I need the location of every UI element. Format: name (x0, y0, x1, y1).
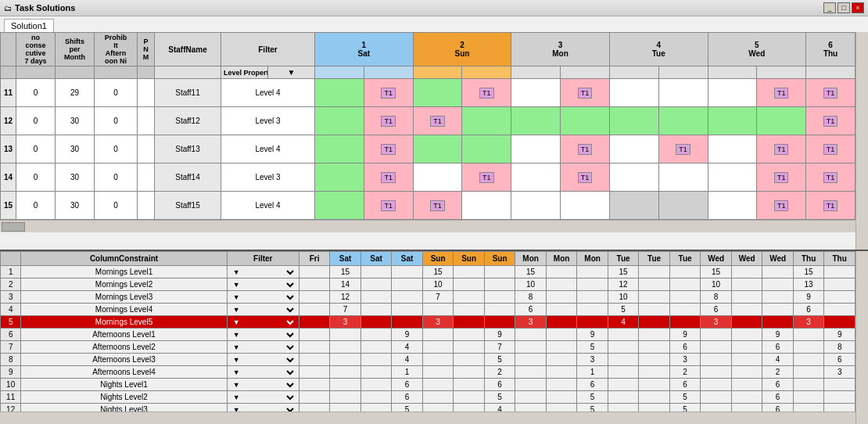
lr-filter-11[interactable]: ▼ (227, 391, 299, 404)
cell-15-mon3a (511, 192, 561, 220)
solution-tab[interactable]: Solution1 (4, 19, 54, 32)
cell-13-wed5b: T1 (757, 135, 806, 163)
cell-15-sun2b (462, 192, 511, 220)
title-bar: 🗂 Task Solutions _ □ × (0, 0, 868, 16)
lr-name-9: Afternoons Level4 (21, 366, 227, 379)
shifts-11: 29 (56, 79, 95, 107)
cell-11-sun2b: T1 (462, 79, 511, 107)
cell-13-sat1b: T1 (364, 135, 413, 163)
lr-num-2: 2 (1, 278, 21, 291)
cell-14-sat1b: T1 (364, 163, 413, 192)
cell-14-wed5a (708, 163, 757, 192)
lower-row-11: 11 Nights Level2 ▼ 65556 (1, 391, 855, 404)
lr-sun2-1 (454, 266, 485, 278)
lh-tue3: Tue (669, 252, 701, 266)
lr-name-11: Nights Level2 (21, 391, 227, 404)
lr-thu2-1 (824, 266, 855, 278)
col-header-no: noconsecutive7 days (16, 33, 56, 66)
prohib-15: 0 (95, 192, 138, 220)
lower-row-1: 1 Mornings Level1 ▼ 15 15 15 (1, 266, 855, 278)
lower-row-2: 2 Mornings Level2 ▼ 141010121013 (1, 278, 855, 291)
lr-filter-9[interactable]: ▼ (227, 366, 299, 379)
lh-wed2: Wed (731, 252, 762, 266)
staffname-12: Staff12 (155, 107, 221, 135)
lr-filter-6[interactable]: ▼ (227, 329, 299, 341)
level-15: Level 4 (221, 192, 315, 220)
sub-sun1 (413, 66, 462, 79)
cell-12-wed5a (708, 107, 757, 135)
sub-wed2 (757, 66, 806, 79)
row-id-11: 11 (1, 79, 16, 107)
lr-num-4: 4 (1, 304, 21, 316)
shifts-15: 30 (56, 192, 95, 220)
upper-row-13: 13 0 30 0 Staff13 Level 4 T1 (1, 135, 855, 163)
cell-13-tue4a (609, 135, 658, 163)
lower-hscroll[interactable] (0, 411, 855, 424)
lh-wed3: Wed (762, 252, 794, 266)
app-window: 🗂 Task Solutions _ □ × Solution1 noconse… (0, 0, 868, 424)
lh-sun3: Sun (484, 252, 515, 266)
lh-thu1: Thu (793, 252, 824, 266)
upper-row-11: 11 0 29 0 Staff11 Level 4 T1 (1, 79, 855, 107)
content-area: noconsecutive7 days ShiftsperMonth Prohi… (0, 32, 868, 424)
cell-12-mon3b (561, 107, 610, 135)
lr-name-2: Mornings Level2 (21, 278, 227, 291)
level-14: Level 3 (221, 163, 315, 192)
shifts-14: 30 (56, 163, 95, 192)
cell-14-wed5b: T1 (757, 163, 806, 192)
cell-14-sun2b: T1 (462, 163, 511, 192)
cell-12-tue4b (658, 107, 708, 135)
cell-12-sun2a: T1 (413, 107, 462, 135)
lower-row-7: 7 Afternoons Level2 ▼ 475668 (1, 341, 855, 354)
col-header-day1: 1Sat (315, 33, 414, 66)
staffname-14: Staff14 (155, 163, 221, 192)
cell-13-sun2a (413, 135, 462, 163)
sub-sun2 (462, 66, 511, 79)
no-15: 0 (16, 192, 56, 220)
lr-fri-1 (299, 266, 330, 278)
lr-filter-7[interactable]: ▼ (227, 341, 299, 354)
lr-sat3-1 (392, 266, 423, 278)
lower-row-3: 3 Mornings Level3 ▼ 12781089 (1, 291, 855, 304)
maximize-button[interactable]: □ (838, 2, 850, 13)
upper-row-15: 15 0 30 0 Staff15 Level 4 T1 T1 (1, 192, 855, 220)
lr-filter-1[interactable]: ▼ (227, 266, 299, 278)
lr-filter-4[interactable]: ▼ (227, 304, 299, 316)
col-header-p: PNM (138, 33, 155, 66)
no-13: 0 (16, 135, 56, 163)
lower-row-10: 10 Nights Level1 ▼ 66666 (1, 379, 855, 391)
cell-12-sat1b: T1 (364, 107, 413, 135)
lr-filter-5[interactable]: ▼ (227, 316, 299, 329)
lr-filter-3[interactable]: ▼ (227, 291, 299, 304)
lower-row-12: 12 Nights Level3 ▼ 54556 (1, 404, 855, 412)
minimize-button[interactable]: _ (823, 2, 836, 13)
staffname-15: Staff15 (155, 192, 221, 220)
cell-14-mon3a (511, 163, 561, 192)
lr-tue2-1 (639, 266, 670, 278)
lh-constraint: ColumnConstraint (21, 252, 227, 266)
col-header-staffname: StaffName (155, 33, 221, 66)
lr-sun3-1 (484, 266, 515, 278)
lower-row-6: 6 Afternoons Level1 ▼ 999999 (1, 329, 855, 341)
sub-row-filter-arrow[interactable]: ▼ (268, 66, 315, 79)
col-header-day2: 2Sun (413, 33, 511, 66)
col-header-prohib: ProhibItAfternoon Ni (95, 33, 138, 66)
cell-13-thu6: T1 (806, 135, 855, 163)
lr-sat2-1 (360, 266, 392, 278)
cell-12-thu6: T1 (806, 107, 855, 135)
lr-tue1-1: 15 (608, 266, 639, 278)
upper-hscroll[interactable] (0, 220, 855, 232)
lh-fri: Fri (299, 252, 330, 266)
sub-row-prohib (95, 66, 138, 79)
sub-mon1 (511, 66, 561, 79)
lr-filter-12[interactable]: ▼ (227, 404, 299, 412)
close-button[interactable]: × (852, 2, 864, 13)
lr-filter-2[interactable]: ▼ (227, 278, 299, 291)
lr-mon3-1 (577, 266, 608, 278)
lr-filter-10[interactable]: ▼ (227, 379, 299, 391)
lower-vscroll[interactable] (855, 251, 868, 424)
lr-filter-8[interactable]: ▼ (227, 354, 299, 366)
lr-sat1-1: 15 (330, 266, 361, 278)
cell-13-mon3b: T1 (561, 135, 610, 163)
upper-vscroll[interactable] (855, 32, 868, 250)
